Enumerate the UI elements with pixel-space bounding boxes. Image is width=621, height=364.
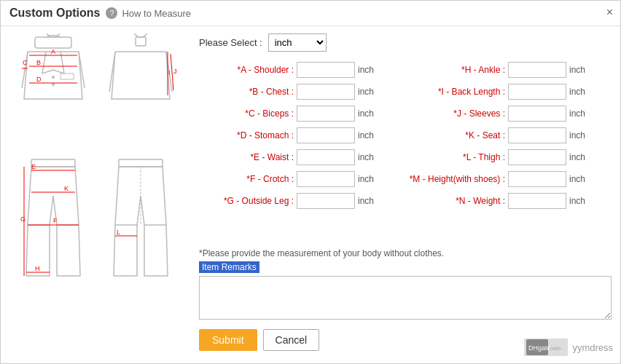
field-row-n: *N - Weight :inch bbox=[388, 191, 585, 210]
field-label-h: *H - Ankle : bbox=[388, 65, 505, 75]
field-input-b[interactable] bbox=[297, 84, 355, 100]
right-panel: Please Select : inch cm *A - Shoulder :i… bbox=[184, 33, 612, 351]
svg-text:K: K bbox=[64, 185, 69, 192]
svg-text:G: G bbox=[20, 215, 26, 223]
field-row-g: *G - Outside Leg :inch bbox=[199, 191, 374, 210]
field-row-h: *H - Ankle :inch bbox=[388, 60, 585, 79]
field-row-c: *C - Biceps :inch bbox=[199, 104, 374, 123]
watermark-logo: DHgate com bbox=[524, 339, 568, 356]
field-unit-l: inch bbox=[569, 152, 585, 162]
field-input-g[interactable] bbox=[297, 193, 355, 209]
unit-select[interactable]: inch cm bbox=[268, 33, 327, 52]
measurements-right-col: *H - Ankle :inch*I - Back Length :inch*J… bbox=[388, 60, 585, 244]
svg-rect-32 bbox=[119, 159, 163, 167]
pants-front-figure: E F G H K bbox=[17, 156, 90, 287]
svg-point-4 bbox=[52, 83, 55, 86]
remarks-label: Item Remarks bbox=[199, 261, 259, 273]
field-label-j: *J - Sleeves : bbox=[388, 108, 505, 119]
field-unit-m: inch bbox=[569, 174, 585, 184]
field-row-f: *F - Crotch :inch bbox=[199, 170, 374, 189]
field-row-b: *B - Chest :inch bbox=[199, 82, 374, 101]
field-label-m: *M - Height(with shoes) : bbox=[388, 174, 505, 184]
svg-text:F: F bbox=[53, 217, 58, 224]
measurements-grid: *A - Shoulder :inch*B - Chest :inch*C - … bbox=[199, 60, 612, 244]
field-input-h[interactable] bbox=[508, 62, 566, 78]
svg-rect-15 bbox=[136, 37, 146, 46]
field-input-m[interactable] bbox=[508, 171, 566, 187]
svg-point-3 bbox=[52, 76, 55, 79]
field-unit-c: inch bbox=[358, 108, 374, 119]
field-row-j: *J - Sleeves :inch bbox=[388, 104, 585, 123]
svg-text:DHgate: DHgate bbox=[528, 344, 551, 352]
modal-container: Custom Options ? How to Measure × bbox=[0, 0, 621, 364]
field-input-l[interactable] bbox=[508, 149, 566, 165]
field-input-f[interactable] bbox=[297, 171, 355, 187]
svg-text:H: H bbox=[35, 265, 40, 272]
watermark-text: yymdress bbox=[572, 342, 613, 353]
left-panel: A B C D bbox=[9, 33, 184, 351]
svg-rect-21 bbox=[31, 159, 75, 167]
field-input-k[interactable] bbox=[508, 127, 566, 143]
unit-select-row: Please Select : inch cm bbox=[199, 33, 612, 52]
field-input-e[interactable] bbox=[297, 149, 355, 165]
field-label-k: *K - Seat : bbox=[388, 130, 505, 141]
svg-text:A: A bbox=[51, 48, 55, 55]
field-unit-b: inch bbox=[358, 87, 374, 97]
pants-figures: E F G H K bbox=[9, 156, 184, 287]
field-label-g: *G - Outside Leg : bbox=[199, 196, 294, 206]
field-label-e: *E - Waist : bbox=[199, 152, 294, 162]
field-unit-h: inch bbox=[569, 65, 585, 75]
remarks-note: *Please provide the measurement of your … bbox=[199, 248, 612, 258]
field-label-c: *C - Biceps : bbox=[199, 108, 294, 119]
field-unit-i: inch bbox=[569, 87, 585, 97]
page-title: Custom Options bbox=[9, 7, 100, 20]
field-input-i[interactable] bbox=[508, 84, 566, 100]
submit-button[interactable]: Submit bbox=[199, 329, 257, 351]
svg-text:com: com bbox=[550, 345, 561, 352]
remarks-section: *Please provide the measurement of your … bbox=[199, 248, 612, 322]
svg-text:L: L bbox=[117, 229, 120, 236]
cancel-button[interactable]: Cancel bbox=[263, 329, 320, 351]
modal-body: A B C D bbox=[1, 26, 620, 358]
jacket-side-figure: I J bbox=[104, 33, 177, 150]
svg-text:I: I bbox=[168, 69, 171, 76]
field-row-d: *D - Stomach :inch bbox=[199, 126, 374, 145]
close-button[interactable]: × bbox=[606, 7, 613, 18]
field-unit-a: inch bbox=[358, 65, 374, 75]
field-row-e: *E - Waist :inch bbox=[199, 148, 374, 167]
modal-header: Custom Options ? How to Measure × bbox=[1, 1, 620, 26]
field-row-k: *K - Seat :inch bbox=[388, 126, 585, 145]
suit-figures: A B C D bbox=[9, 33, 184, 150]
field-input-c[interactable] bbox=[297, 106, 355, 122]
how-to-measure-link[interactable]: How to Measure bbox=[122, 8, 191, 19]
field-unit-d: inch bbox=[358, 130, 374, 141]
field-input-a[interactable] bbox=[297, 62, 355, 78]
field-label-l: *L - Thigh : bbox=[388, 152, 505, 162]
measurements-left-col: *A - Shoulder :inch*B - Chest :inch*C - … bbox=[199, 60, 374, 244]
watermark: DHgate com yymdress bbox=[524, 339, 613, 356]
svg-rect-0 bbox=[35, 37, 71, 48]
field-row-l: *L - Thigh :inch bbox=[388, 148, 585, 167]
help-icon[interactable]: ? bbox=[106, 7, 117, 19]
remarks-textarea[interactable] bbox=[199, 276, 612, 320]
field-label-n: *N - Weight : bbox=[388, 196, 505, 206]
field-unit-f: inch bbox=[358, 174, 374, 184]
field-input-j[interactable] bbox=[508, 106, 566, 122]
field-row-a: *A - Shoulder :inch bbox=[199, 60, 374, 79]
field-row-m: *M - Height(with shoes) :inch bbox=[388, 170, 585, 189]
field-unit-k: inch bbox=[569, 130, 585, 141]
field-input-d[interactable] bbox=[297, 127, 355, 143]
jacket-front-figure: A B C D bbox=[17, 33, 90, 150]
field-unit-e: inch bbox=[358, 152, 374, 162]
svg-text:J: J bbox=[173, 68, 177, 75]
footer-buttons: Submit Cancel DHgate com yymdress bbox=[199, 329, 612, 351]
svg-text:D: D bbox=[36, 76, 42, 83]
pants-side-figure: L bbox=[104, 156, 177, 287]
field-unit-g: inch bbox=[358, 196, 374, 206]
field-unit-n: inch bbox=[569, 196, 585, 206]
field-row-i: *I - Back Length :inch bbox=[388, 82, 585, 101]
field-input-n[interactable] bbox=[508, 193, 566, 209]
field-unit-j: inch bbox=[569, 108, 585, 119]
svg-text:E: E bbox=[31, 163, 36, 170]
svg-rect-2 bbox=[60, 74, 74, 79]
